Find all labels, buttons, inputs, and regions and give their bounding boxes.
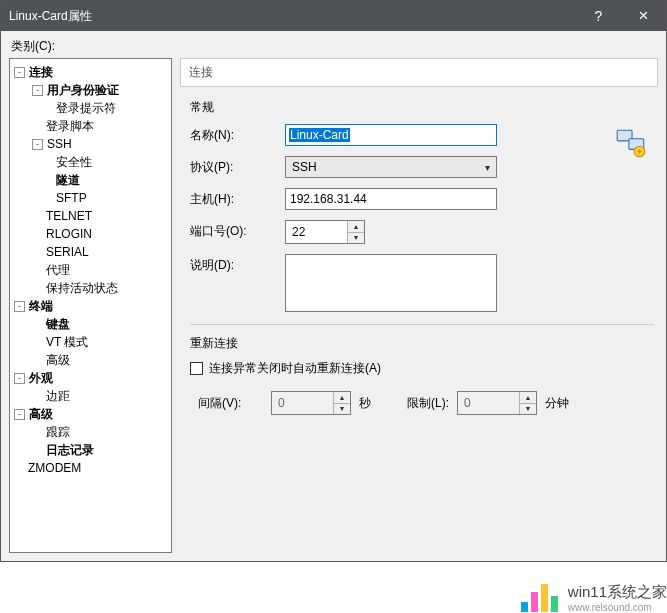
port-input[interactable]: 22 ▲▼: [285, 220, 365, 244]
spin-up-icon[interactable]: ▲: [348, 221, 364, 233]
chevron-down-icon: ▾: [485, 162, 490, 173]
expander-icon[interactable]: -: [32, 85, 43, 96]
group-reconnect: 重新连接: [190, 335, 654, 352]
name-label: 名称(N):: [190, 124, 285, 144]
expander-icon[interactable]: -: [14, 409, 25, 420]
tree-margin[interactable]: 边距: [46, 388, 70, 405]
limit-label: 限制(L):: [407, 395, 449, 412]
spin-up-icon[interactable]: ▲: [334, 392, 350, 404]
port-label: 端口号(O):: [190, 220, 285, 240]
desc-label: 说明(D):: [190, 254, 285, 274]
tree-appearance[interactable]: 外观: [29, 370, 53, 387]
seconds-label: 秒: [359, 395, 371, 412]
auto-reconnect-label: 连接异常关闭时自动重新连接(A): [209, 360, 381, 377]
tree-ssh[interactable]: SSH: [47, 137, 72, 151]
tree-trace[interactable]: 跟踪: [46, 424, 70, 441]
spin-down-icon[interactable]: ▼: [348, 233, 364, 244]
expander-icon[interactable]: -: [14, 373, 25, 384]
expander-icon[interactable]: -: [14, 67, 25, 78]
tree-zmodem[interactable]: ZMODEM: [28, 461, 81, 475]
tree-sftp[interactable]: SFTP: [56, 191, 87, 205]
window-title: Linux-Card属性: [9, 8, 92, 25]
tree-security[interactable]: 安全性: [56, 154, 92, 171]
spin-down-icon[interactable]: ▼: [520, 404, 536, 415]
description-input[interactable]: [285, 254, 497, 312]
protocol-select[interactable]: SSH ▾: [285, 156, 497, 178]
section-header: 连接: [180, 58, 658, 87]
tree-login-prompt[interactable]: 登录提示符: [56, 100, 116, 117]
watermark-url: www.relsound.com: [568, 602, 667, 613]
spin-up-icon[interactable]: ▲: [520, 392, 536, 404]
category-label: 类别(C):: [11, 38, 658, 55]
tree-telnet[interactable]: TELNET: [46, 209, 92, 223]
tree-proxy[interactable]: 代理: [46, 262, 70, 279]
tree-terminal[interactable]: 终端: [29, 298, 53, 315]
tree-advanced-t[interactable]: 高级: [46, 352, 70, 369]
watermark-text: win11系统之家: [568, 583, 667, 602]
help-button[interactable]: ?: [576, 1, 621, 31]
tree-connection[interactable]: 连接: [29, 64, 53, 81]
tree-serial[interactable]: SERIAL: [46, 245, 89, 259]
minutes-label: 分钟: [545, 395, 569, 412]
tree-keepalive[interactable]: 保持活动状态: [46, 280, 118, 297]
tree-keyboard[interactable]: 键盘: [46, 316, 70, 333]
tree-rlogin[interactable]: RLOGIN: [46, 227, 92, 241]
titlebar: Linux-Card属性 ? ×: [1, 1, 666, 31]
tree-log[interactable]: 日志记录: [46, 442, 94, 459]
tree-advanced[interactable]: 高级: [29, 406, 53, 423]
host-input[interactable]: [285, 188, 497, 210]
expander-icon[interactable]: -: [14, 301, 25, 312]
watermark: win11系统之家 www.relsound.com: [521, 583, 667, 613]
tree-vt[interactable]: VT 模式: [46, 334, 88, 351]
connection-icon: [614, 126, 648, 160]
group-general: 常规: [190, 99, 654, 116]
host-label: 主机(H):: [190, 188, 285, 208]
interval-input[interactable]: 0 ▲▼: [271, 391, 351, 415]
name-input[interactable]: Linux-Card: [285, 124, 497, 146]
auto-reconnect-checkbox[interactable]: [190, 362, 203, 375]
limit-input[interactable]: 0 ▲▼: [457, 391, 537, 415]
tree-login-script[interactable]: 登录脚本: [46, 118, 94, 135]
interval-label: 间隔(V):: [198, 395, 263, 412]
protocol-label: 协议(P):: [190, 156, 285, 176]
spin-down-icon[interactable]: ▼: [334, 404, 350, 415]
close-button[interactable]: ×: [621, 1, 666, 31]
expander-icon[interactable]: -: [32, 139, 43, 150]
divider: [190, 324, 654, 325]
tree-user-auth[interactable]: 用户身份验证: [47, 82, 119, 99]
logo-icon: [521, 584, 558, 612]
tree-tunnel[interactable]: 隧道: [56, 172, 80, 189]
category-tree[interactable]: -连接 -用户身份验证 登录提示符 登录脚本 -SSH: [9, 58, 172, 553]
